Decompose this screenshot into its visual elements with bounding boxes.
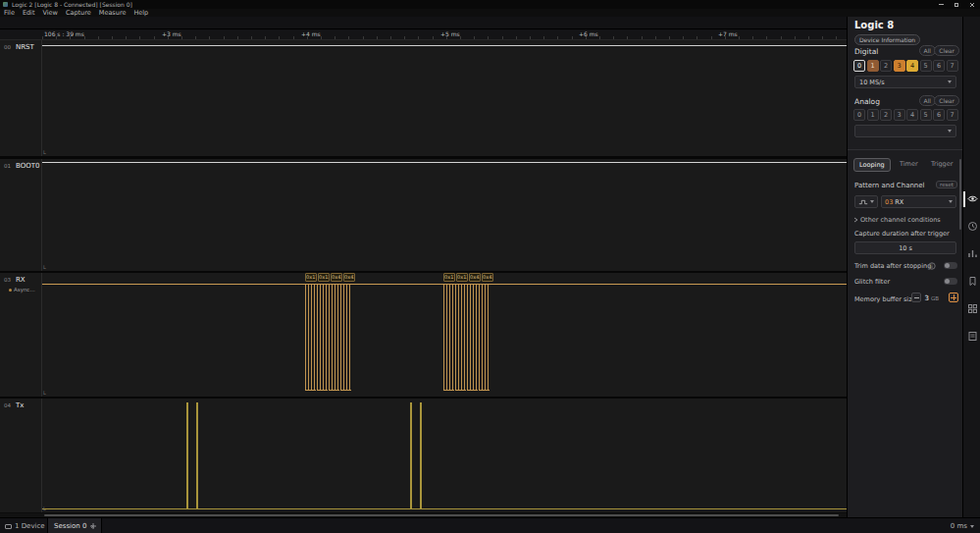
channel-label-rx[interactable]: 03 RX Async... — [0, 273, 42, 397]
memory-size-unit: GB — [931, 295, 939, 301]
analog-channel-1[interactable]: 1 — [867, 109, 879, 121]
app-logo-icon — [3, 2, 8, 7]
tab-trigger[interactable]: Trigger — [926, 158, 957, 170]
trim-data-toggle[interactable] — [944, 262, 957, 269]
digital-sample-rate-select[interactable]: 10 MS/s — [854, 76, 956, 88]
digital-channel-2[interactable]: 2 — [880, 60, 892, 72]
menu-help[interactable]: Help — [129, 9, 152, 17]
pattern-reset-button[interactable]: reset — [936, 181, 957, 188]
timers-clock-icon[interactable] — [967, 221, 978, 232]
rx-burst-byte — [443, 284, 454, 391]
channel-name: NRST — [16, 43, 34, 51]
digital-channel-1[interactable]: 1 — [867, 60, 879, 72]
tx-pulse — [410, 402, 412, 509]
close-button[interactable] — [964, 0, 980, 9]
maximize-button[interactable] — [949, 0, 964, 9]
digital-channel-4[interactable]: 4 — [906, 60, 918, 72]
tx-pulse — [186, 402, 188, 509]
panel-scrollbar-thumb[interactable] — [959, 159, 961, 230]
digital-channel-7[interactable]: 7 — [947, 60, 958, 72]
time-readout[interactable]: 0 ms — [951, 518, 974, 533]
minimize-button[interactable] — [933, 0, 949, 9]
analog-channel-3[interactable]: 3 — [894, 109, 905, 121]
axis-low-label: L — [43, 506, 46, 511]
analog-channel-2[interactable]: 2 — [880, 109, 892, 121]
channel-row-rx[interactable]: 03 RX Async... 0x17 0x13 0x43 0x43 — [0, 273, 847, 397]
analog-channel-0[interactable]: 0 — [853, 109, 865, 121]
notes-document-icon[interactable] — [967, 331, 978, 342]
waveform-area[interactable]: 106 s : 39 ms +3 ms +4 ms +5 ms +6 ms +7… — [0, 29, 847, 512]
bookmarks-icon[interactable] — [967, 276, 978, 287]
menu-edit[interactable]: Edit — [19, 9, 39, 17]
tab-timer[interactable]: Timer — [895, 158, 923, 170]
channel-index: 00 — [4, 44, 11, 50]
analog-sample-rate-select[interactable] — [854, 125, 956, 137]
session-tab-label: Session 0 — [54, 522, 86, 530]
digital-channel-6[interactable]: 6 — [933, 60, 945, 72]
analyzer-color-icon — [9, 289, 12, 292]
device-count-label: 1 Device — [15, 522, 45, 530]
rx-burst-byte — [479, 284, 490, 391]
channel-row-tx[interactable]: 04 Tx L — [0, 399, 847, 512]
rx-data-annotation: 0x13 — [456, 273, 468, 282]
rx-data-annotation: 0x43 — [482, 273, 493, 282]
memory-value: 3GB — [924, 294, 939, 302]
rx-data-annotation: 0x43 — [469, 273, 481, 282]
digital-channel-buttons: 0 1 2 3 4 5 6 7 — [853, 60, 958, 72]
toolbar — [0, 17, 847, 29]
new-session-button[interactable] — [89, 522, 97, 530]
memory-decrease-button[interactable] — [911, 293, 921, 302]
chevron-down-icon — [949, 200, 953, 203]
analog-clear-button[interactable]: Clear — [934, 95, 959, 106]
channel-label-boot0[interactable]: 01 BOOT0 — [0, 159, 42, 271]
digital-section-label: Digital — [854, 47, 878, 56]
capture-duration-input[interactable]: 10 s — [854, 241, 956, 254]
channel-name: BOOT0 — [16, 162, 39, 170]
memory-size-number: 3 — [924, 294, 928, 302]
other-conditions-expander[interactable]: Other channel conditions — [860, 216, 941, 224]
channel-row-nrst[interactable]: 00 NRST L — [0, 40, 847, 156]
extensions-grid-icon[interactable] — [967, 303, 978, 314]
menu-measure[interactable]: Measure — [95, 9, 130, 17]
digital-channel-0[interactable]: 0 — [853, 60, 865, 72]
tx-trace-low — [42, 508, 847, 509]
channel-row-boot0[interactable]: 01 BOOT0 L — [0, 159, 847, 271]
device-info-badge[interactable]: Device Information — [854, 34, 920, 45]
digital-channel-3[interactable]: 3 — [894, 60, 905, 72]
chevron-down-icon — [948, 130, 952, 133]
channel-label-tx[interactable]: 04 Tx — [0, 399, 42, 512]
trigger-channel-select[interactable]: 03 RX — [881, 195, 956, 208]
analog-section-label: Analog — [854, 97, 880, 106]
digital-clear-button[interactable]: Clear — [934, 45, 959, 56]
menu-view[interactable]: View — [38, 9, 61, 17]
analyzer-entry[interactable]: Async... — [9, 287, 35, 293]
analog-channel-6[interactable]: 6 — [933, 109, 945, 121]
menu-file[interactable]: File — [0, 9, 19, 17]
app-window: Logic 2 [Logic 8 - Connected] [Session 0… — [0, 0, 980, 533]
window-title: Logic 2 [Logic 8 - Connected] [Session 0… — [12, 1, 132, 8]
digital-channel-5[interactable]: 5 — [920, 60, 932, 72]
annotations-eye-icon[interactable] — [967, 193, 978, 204]
memory-buffer-label: Memory buffer size — [854, 295, 916, 303]
chevron-down-icon — [970, 525, 974, 528]
tx-pulse — [420, 402, 422, 509]
menu-capture[interactable]: Capture — [62, 9, 95, 17]
analog-channel-7[interactable]: 7 — [947, 109, 958, 121]
tx-pulse — [196, 402, 198, 509]
tab-looping[interactable]: Looping — [853, 158, 891, 172]
rx-burst-byte — [467, 284, 478, 391]
info-icon — [928, 262, 936, 270]
analog-channel-4[interactable]: 4 — [906, 109, 918, 121]
memory-increase-button[interactable] — [949, 293, 958, 302]
device-selector[interactable]: 1 Device — [5, 518, 52, 533]
analog-channel-5[interactable]: 5 — [920, 109, 932, 121]
horizontal-scrollbar-thumb[interactable] — [44, 514, 839, 516]
timeline-ruler[interactable]: 106 s : 39 ms +3 ms +4 ms +5 ms +6 ms +7… — [0, 29, 847, 40]
pattern-type-select[interactable] — [854, 195, 878, 208]
analyzer-name: Async... — [14, 287, 35, 293]
glitch-filter-toggle[interactable] — [944, 278, 957, 285]
nrst-trace-high — [42, 45, 847, 46]
channel-label-nrst[interactable]: 00 NRST — [0, 40, 42, 156]
measurements-chart-icon[interactable] — [967, 248, 978, 259]
device-name: Logic 8 — [854, 20, 894, 30]
